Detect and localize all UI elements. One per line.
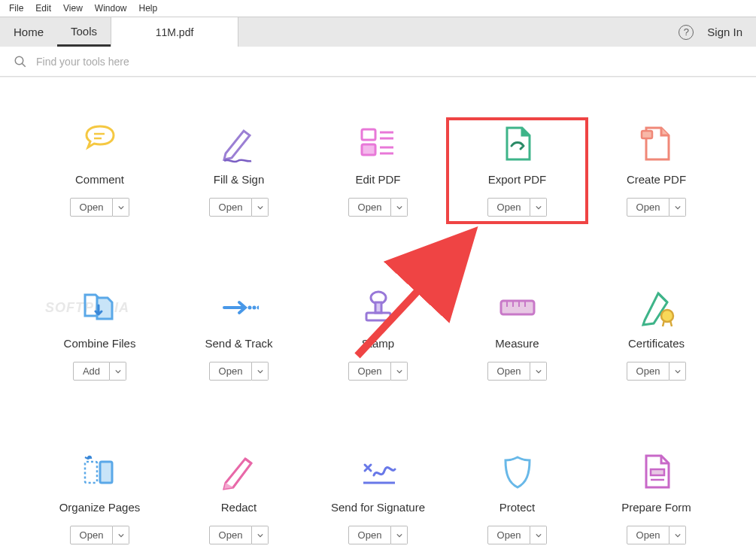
tool-dropdown[interactable] xyxy=(530,362,547,381)
tool-label: Certificates xyxy=(628,337,685,350)
tab-document[interactable]: 11M.pdf xyxy=(111,17,238,47)
tool-dropdown[interactable] xyxy=(669,198,686,217)
tool-open-button[interactable]: Open xyxy=(627,362,670,381)
tool-card-organize[interactable]: Organize PagesOpen xyxy=(30,447,169,550)
tool-label: Edit PDF xyxy=(355,173,400,186)
tool-action: Open xyxy=(487,198,548,217)
tool-dropdown[interactable] xyxy=(252,362,269,381)
combine-icon xyxy=(80,289,120,328)
tool-action: Open xyxy=(627,362,687,381)
tool-action: Open xyxy=(348,526,408,544)
tool-open-button[interactable]: Open xyxy=(627,526,670,544)
tool-action: Open xyxy=(348,362,408,381)
tool-open-button[interactable]: Open xyxy=(627,198,670,217)
tool-action: Open xyxy=(627,526,687,544)
tool-dropdown[interactable] xyxy=(530,198,547,217)
menu-edit[interactable]: Edit xyxy=(29,2,57,15)
form-icon xyxy=(637,453,676,492)
tool-dropdown[interactable] xyxy=(391,362,408,381)
tool-dropdown[interactable] xyxy=(669,362,686,381)
tabbar: Home Tools 11M.pdf ? Sign In xyxy=(0,17,756,47)
sendtrack-icon xyxy=(220,289,259,328)
tool-action: Open xyxy=(70,198,130,217)
tool-open-button[interactable]: Open xyxy=(348,198,392,217)
tool-label: Comment xyxy=(75,173,124,186)
tool-open-button[interactable]: Open xyxy=(487,362,531,381)
export-icon xyxy=(498,125,537,164)
search-input[interactable] xyxy=(36,56,742,68)
tool-card-form[interactable]: Prepare FormOpen xyxy=(587,447,726,550)
measure-icon xyxy=(498,289,537,328)
tool-card-measure[interactable]: MeasureOpen xyxy=(448,283,587,387)
tool-label: Measure xyxy=(495,337,539,350)
tool-open-button[interactable]: Open xyxy=(209,198,253,217)
tool-open-button[interactable]: Open xyxy=(487,526,531,544)
tool-dropdown[interactable] xyxy=(252,198,269,217)
tool-action: Open xyxy=(209,198,269,217)
svg-point-0 xyxy=(15,56,23,65)
tool-action: Open xyxy=(487,362,548,381)
tool-label: Prepare Form xyxy=(621,501,691,514)
menubar: File Edit View Window Help xyxy=(0,0,756,17)
tab-home[interactable]: Home xyxy=(0,17,57,47)
tool-card-signature[interactable]: Send for SignatureOpen xyxy=(308,447,448,550)
tool-open-button[interactable]: Open xyxy=(70,198,114,217)
tool-dropdown[interactable] xyxy=(391,198,408,217)
tool-open-button[interactable]: Open xyxy=(348,526,392,544)
tool-card-protect[interactable]: ProtectOpen xyxy=(448,447,587,550)
tool-card-fillsign[interactable]: Fill & SignOpen xyxy=(169,119,308,223)
tool-action: Open xyxy=(627,198,687,217)
tool-card-comment[interactable]: CommentOpen xyxy=(30,119,169,223)
help-icon[interactable]: ? xyxy=(679,25,694,40)
tool-card-sendtrack[interactable]: Send & TrackOpen xyxy=(169,283,308,387)
tool-action: Open xyxy=(487,526,548,544)
tool-card-stamp[interactable]: StampOpen xyxy=(308,283,448,387)
tool-dropdown[interactable] xyxy=(391,526,408,544)
tool-dropdown[interactable] xyxy=(113,198,129,217)
tool-open-button[interactable]: Open xyxy=(209,526,253,544)
menu-view[interactable]: View xyxy=(57,2,89,15)
menu-file[interactable]: File xyxy=(3,2,29,15)
tool-open-button[interactable]: Open xyxy=(487,198,531,217)
tool-label: Redact xyxy=(221,501,257,514)
tool-action: Open xyxy=(209,362,269,381)
tool-card-combine[interactable]: Combine FilesAdd xyxy=(30,283,169,387)
tool-action: Add xyxy=(73,362,126,381)
menu-window[interactable]: Window xyxy=(89,2,133,15)
menu-help[interactable]: Help xyxy=(133,2,164,15)
tool-action: Open xyxy=(209,526,269,544)
stamp-icon xyxy=(359,289,398,328)
tool-card-export[interactable]: Export PDFOpen xyxy=(448,119,587,223)
tool-open-button[interactable]: Open xyxy=(209,362,253,381)
tool-label: Create PDF xyxy=(627,173,686,186)
tool-dropdown[interactable] xyxy=(669,526,686,544)
tool-dropdown[interactable] xyxy=(113,526,129,544)
tool-action: Open xyxy=(70,526,130,544)
fillsign-icon xyxy=(220,125,259,164)
tool-dropdown[interactable] xyxy=(530,526,547,544)
tool-label: Organize Pages xyxy=(59,501,141,514)
signature-icon xyxy=(359,453,398,492)
redact-icon xyxy=(220,453,259,492)
tool-label: Send & Track xyxy=(205,337,272,350)
cert-icon xyxy=(637,289,676,328)
tools-panel[interactable]: SOFTPEDIA CommentOpenFill & SignOpenEdit… xyxy=(0,77,756,552)
tool-dropdown[interactable] xyxy=(252,526,269,544)
tool-label: Export PDF xyxy=(488,173,547,186)
organize-icon xyxy=(80,453,120,492)
tool-add-button[interactable]: Add xyxy=(73,362,110,381)
search-icon xyxy=(14,55,27,68)
tool-card-redact[interactable]: RedactOpen xyxy=(169,447,308,550)
tool-label: Stamp xyxy=(362,337,394,350)
tool-card-cert[interactable]: CertificatesOpen xyxy=(587,283,726,387)
comment-icon xyxy=(80,125,120,164)
tool-open-button[interactable]: Open xyxy=(348,362,392,381)
sign-in-button[interactable]: Sign In xyxy=(707,26,742,38)
tool-dropdown[interactable] xyxy=(110,362,126,381)
tool-card-edit[interactable]: Edit PDFOpen xyxy=(308,119,448,223)
tool-label: Send for Signature xyxy=(331,501,425,514)
tool-card-create[interactable]: Create PDFOpen xyxy=(587,119,726,223)
tool-open-button[interactable]: Open xyxy=(70,526,114,544)
protect-icon xyxy=(498,453,537,492)
tab-tools[interactable]: Tools xyxy=(57,17,111,47)
